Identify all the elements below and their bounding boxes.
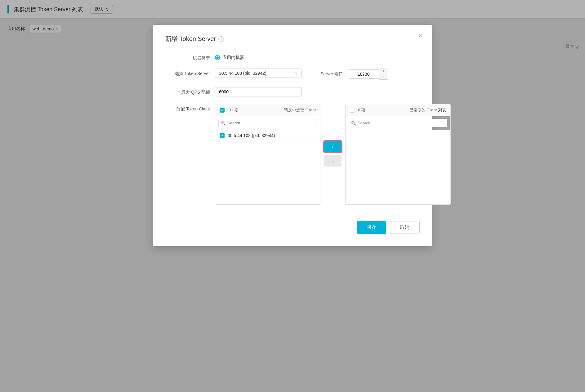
transfer-section: 1/1 项 请从中选取 Client 🔍 [215,104,451,205]
transfer-left-box: 1/1 项 请从中选取 Client 🔍 [215,104,320,205]
transfer-left-count: 1/1 项 [228,107,239,113]
transfer-arrows: › ‹ [320,141,345,167]
qps-label: 最大 QPS 配额 [165,87,215,95]
transfer-right-body [346,130,450,204]
dialog-footer: 保存 取消 [165,215,420,234]
client-row: 分配 Token Client 1/1 项 请从中选取 Client [165,104,420,205]
cancel-button[interactable]: 取消 [390,221,420,234]
server-port-input[interactable]: 18730 [348,69,379,79]
search-icon-right: 🔍 [351,121,356,125]
transfer-right-header: 0 项 已选取的 Client 列表 [346,104,450,116]
machine-type-label: 机器类型 [165,53,215,61]
transfer-item-checkbox[interactable] [220,133,225,138]
server-select-row: 选择 Token Server 30.5.44.108 (pid: 32942)… [165,69,420,80]
modal-overlay: 新增 Token Server i × 机器类型 应用内机器 选择 Token … [0,0,585,392]
transfer-left-button[interactable]: ‹ [324,155,342,167]
transfer-left-item[interactable]: 30.5.44.108 (pid: 32944) [215,130,320,141]
transfer-right-select-all-checkbox[interactable] [350,108,355,113]
dialog-title: 新增 Token Server i [165,35,420,43]
transfer-left-search-input[interactable] [218,119,317,127]
save-button[interactable]: 保存 [357,221,386,234]
transfer-right-search-input[interactable] [349,119,447,127]
server-select-dropdown[interactable]: 30.5.44.108 (pid: 32942) ∨ [215,69,302,78]
transfer-right-count: 0 项 [358,107,365,113]
port-increment-button[interactable]: + [379,69,388,74]
machine-type-radio-group: 应用内机器 [215,53,244,60]
machine-type-row: 机器类型 应用内机器 [165,53,420,61]
transfer-right-button[interactable]: › [324,141,342,152]
search-icon: 🔍 [221,121,226,125]
transfer-left-header: 1/1 项 请从中选取 Client [215,104,320,116]
transfer-left-search-wrap: 🔍 [218,119,317,127]
qps-input[interactable]: 6000 [215,87,302,96]
transfer-right-box: 0 项 已选取的 Client 列表 🔍 [345,104,451,205]
radio-inner-machine[interactable] [215,55,220,60]
transfer-item-label: 30.5.44.108 (pid: 32944) [228,133,275,138]
port-input-wrap: 18730 + − [348,69,388,80]
dialog: 新增 Token Server i × 机器类型 应用内机器 选择 Token … [153,25,432,246]
chevron-down-icon: ∨ [295,71,298,75]
transfer-right-search-bar: 🔍 [346,116,450,130]
transfer-left-hint: 请从中选取 Client [284,107,316,113]
transfer-left-select-all-checkbox[interactable] [220,108,225,113]
dialog-close-button[interactable]: × [418,32,422,39]
server-port-group: Server 端口 18730 + − [320,69,388,80]
transfer-right-search-wrap: 🔍 [349,119,447,127]
transfer-left-body: 30.5.44.108 (pid: 32944) [215,130,320,204]
transfer-right-hint: 已选取的 Client 列表 [409,107,446,113]
port-decrement-button[interactable]: − [379,74,388,79]
select-server-label: 选择 Token Server [165,69,215,77]
server-port-label: Server 端口 [320,71,343,77]
transfer-left-search-bar: 🔍 [215,116,320,130]
machine-type-value: 应用内机器 [222,55,244,60]
client-label: 分配 Token Client [165,104,215,112]
info-icon[interactable]: i [218,36,224,42]
port-stepper: + − [379,69,388,80]
qps-row: 最大 QPS 配额 6000 [165,87,420,96]
